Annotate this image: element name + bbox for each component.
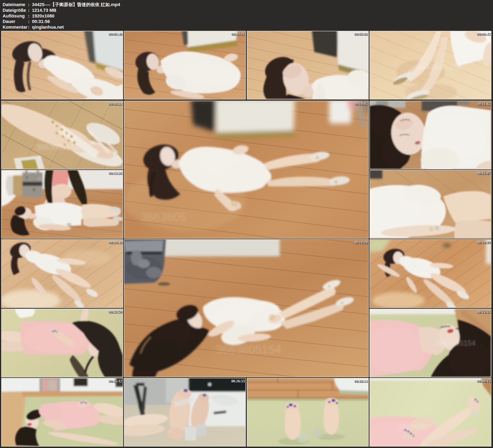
svg-text:3663605154: 3663605154 — [417, 63, 462, 71]
svg-text:3663605154: 3663605154 — [36, 143, 79, 152]
svg-text:3663605: 3663605 — [141, 210, 187, 224]
svg-text:3663605154: 3663605154 — [435, 339, 476, 347]
svg-text:3663605154: 3663605154 — [216, 343, 281, 356]
svg-text:3663605154: 3663605154 — [398, 423, 437, 431]
